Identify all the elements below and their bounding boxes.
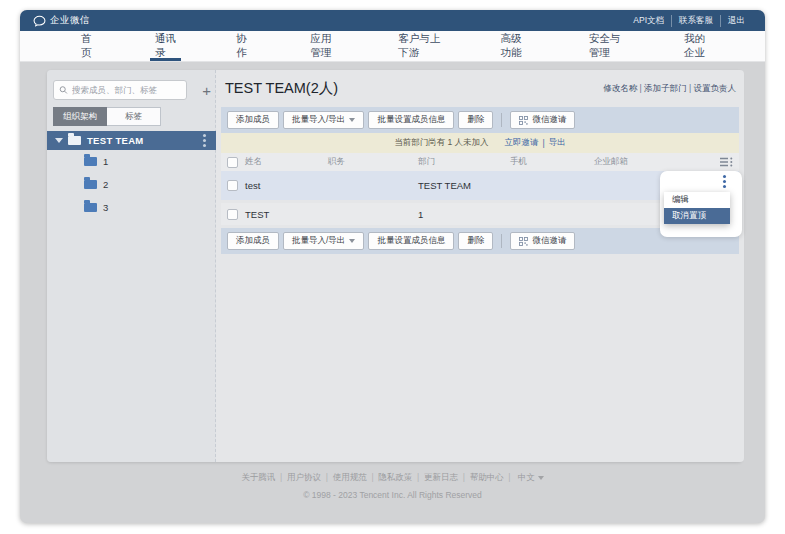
department-content: TEST TEAM(2人) 修改名称 添加子部门 设置负责人 添加成员 批量导入… [216,70,744,462]
copyright-text: © 1998 - 2023 Tencent Inc. All Rights Re… [20,490,765,500]
tree-expand-caret-icon[interactable] [55,138,63,143]
batch-import-export-button[interactable]: 批量导入/导出 [283,111,364,129]
folder-icon [84,180,97,189]
row-checkbox[interactable] [227,180,238,191]
footer-privacy-policy[interactable]: 隐私政策 [367,472,413,484]
nav-tab-contacts[interactable]: 通讯录 [148,31,183,61]
invite-now-link[interactable]: 立即邀请 [505,137,539,149]
search-input[interactable] [72,85,181,95]
toolbar-divider [501,234,502,248]
tree-child-2[interactable]: 2 [47,173,216,196]
qr-code-icon [519,237,528,246]
footer-changelog[interactable]: 更新日志 [412,472,458,484]
page-footer: 关于腾讯 用户协议 使用规范 隐私政策 更新日志 帮助中心 中文 © 1998 … [20,472,765,500]
set-leader-link[interactable]: 设置负责人 [687,83,736,95]
logout-link[interactable]: 退出 [720,15,752,27]
cell-department: TEST TEAM [418,180,510,191]
contacts-sidebar: + 组织架构 标签 TEST TEAM 1 2 [47,70,216,462]
table-header: 姓名 职务 部门 手机 企业邮箱 [221,153,739,171]
tree-child-1[interactable]: 1 [47,150,216,173]
add-department-button[interactable]: + [202,83,211,98]
topbar-links: API文档 联系客服 退出 [626,15,752,27]
chat-bubble-icon [33,15,46,27]
tree-root-more-icon[interactable] [203,139,206,142]
title-actions: 修改名称 添加子部门 设置负责人 [603,83,736,95]
col-mobile: 手机 [510,156,594,168]
notice-separator: | [543,138,545,148]
nav-tab-customers[interactable]: 客户与上下游 [391,31,447,61]
add-member-button[interactable]: 添加成员 [227,111,279,129]
wechat-invite-button[interactable]: 微信邀请 [510,232,575,250]
app-logo[interactable]: 企业微信 [33,14,90,27]
org-tree: TEST TEAM 1 2 3 [47,131,216,219]
tree-root-test-team[interactable]: TEST TEAM [47,131,216,150]
footer-language-selector[interactable]: 中文 [504,472,544,484]
wechat-invite-button[interactable]: 微信邀请 [510,111,575,129]
nav-tab-app-management[interactable]: 应用管理 [303,31,345,61]
wechat-invite-label: 微信邀请 [532,235,566,247]
export-link[interactable]: 导出 [549,137,566,149]
contact-support-link[interactable]: 联系客服 [671,15,720,27]
tab-labels[interactable]: 标签 [107,107,161,126]
folder-icon [68,136,81,145]
sidebar-search-row: + [53,80,211,100]
folder-icon [84,157,97,166]
menu-item-edit[interactable]: 编辑 [664,192,730,208]
col-name: 姓名 [245,156,328,168]
cell-name: test [245,180,328,191]
batch-set-member-info-button[interactable]: 批量设置成员信息 [368,232,454,250]
rename-department-link[interactable]: 修改名称 [603,83,637,95]
tree-child-label: 3 [103,202,108,213]
col-email: 企业邮箱 [594,156,720,168]
select-all-checkbox[interactable] [227,157,238,168]
row-action-popover: 编辑 取消置顶 [660,171,742,237]
pending-join-notice: 当前部门尚有 1 人未加入 立即邀请 | 导出 [221,133,739,153]
delete-button[interactable]: 删除 [458,111,493,129]
notice-text: 当前部门尚有 1 人未加入 [394,137,488,149]
nav-tab-home[interactable]: 首页 [74,31,102,61]
col-title: 职务 [328,156,418,168]
column-settings-icon[interactable] [720,157,733,167]
sidebar-tabs: 组织架构 标签 [53,107,161,126]
cell-name: TEST [245,209,328,220]
nav-tab-my-company[interactable]: 我的企业 [677,31,719,61]
menu-item-unpin[interactable]: 取消置顶 [664,208,730,224]
batch-set-member-info-button[interactable]: 批量设置成员信息 [368,111,454,129]
wechat-invite-label: 微信邀请 [532,114,566,126]
tree-child-label: 1 [103,156,108,167]
top-bar: 企业微信 API文档 联系客服 退出 [20,10,765,31]
api-docs-link[interactable]: API文档 [626,15,671,27]
member-toolbar-top: 添加成员 批量导入/导出 批量设置成员信息 删除 微信邀请 [221,107,739,133]
app-window: 企业微信 API文档 联系客服 退出 首页 通讯录 协作 应用管理 客户与上下游… [20,10,765,523]
batch-import-export-button[interactable]: 批量导入/导出 [283,232,364,250]
folder-icon [84,203,97,212]
page-title: TEST TEAM(2人) [225,79,338,98]
nav-tab-collaboration[interactable]: 协作 [229,31,257,61]
cell-department: 1 [418,209,510,220]
col-department: 部门 [418,156,510,168]
row-checkbox[interactable] [227,209,238,220]
batch-import-export-label: 批量导入/导出 [292,235,345,247]
tree-child-label: 2 [103,179,108,190]
footer-links: 关于腾讯 用户协议 使用规范 隐私政策 更新日志 帮助中心 中文 [20,472,765,484]
footer-user-agreement[interactable]: 用户协议 [275,472,321,484]
footer-usage-rules[interactable]: 使用规范 [321,472,367,484]
row-more-actions-icon[interactable] [723,180,726,183]
nav-tab-security[interactable]: 安全与管理 [582,31,631,61]
search-icon [59,85,68,95]
add-member-button[interactable]: 添加成员 [227,232,279,250]
chevron-down-icon [349,118,355,122]
tree-root-label: TEST TEAM [87,135,144,146]
add-subdepartment-link[interactable]: 添加子部门 [637,83,686,95]
main-nav: 首页 通讯录 协作 应用管理 客户与上下游 高级功能 安全与管理 我的企业 [20,31,765,62]
nav-tab-advanced[interactable]: 高级功能 [494,31,536,61]
tab-org-structure[interactable]: 组织架构 [53,107,107,126]
search-box[interactable] [53,80,187,100]
delete-button[interactable]: 删除 [458,232,493,250]
tree-child-3[interactable]: 3 [47,196,216,219]
app-logo-label: 企业微信 [50,14,90,27]
footer-help-center[interactable]: 帮助中心 [458,472,504,484]
footer-about-tencent[interactable]: 关于腾讯 [241,472,275,484]
row-context-menu: 编辑 取消置顶 [664,192,730,224]
batch-import-export-label: 批量导入/导出 [292,114,345,126]
